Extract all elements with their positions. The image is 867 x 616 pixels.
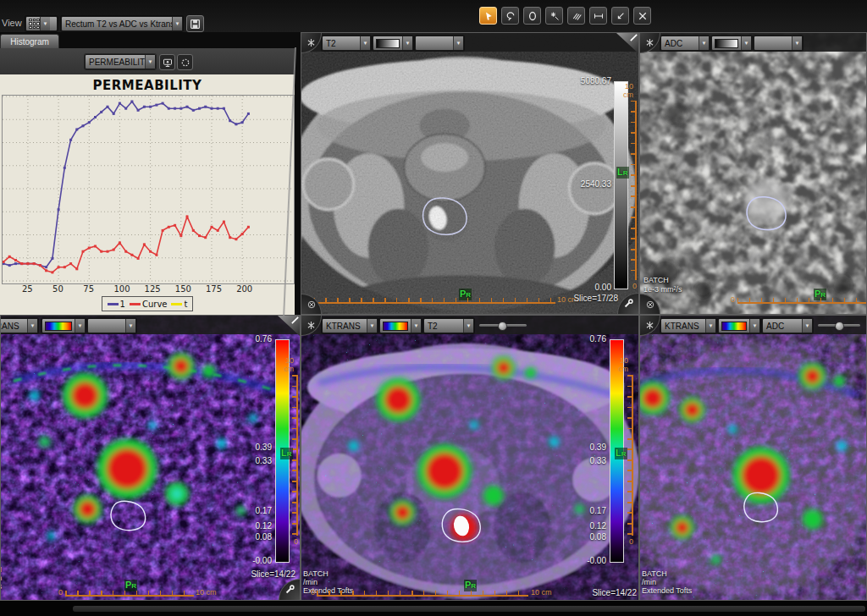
ruler-label: 10 cm: [277, 356, 294, 373]
brush-tool-icon[interactable]: [567, 7, 585, 25]
t2-viewport: T2▼ ▼ ▼ 5080.672540.330.00 10 cm 0 LR PR…: [301, 32, 639, 315]
preset-dropdown[interactable]: Rectum T2 vs ADC vs Ktrans ▼: [61, 16, 183, 31]
chevron-down-icon: ▼: [367, 319, 377, 333]
grayscale-colormap-icon: [376, 39, 400, 48]
adc-viewport: ADC▼ ▼ ▼ BATCH 1e-3 mm²/s PR 0: [639, 32, 867, 315]
sync-icon[interactable]: [177, 54, 193, 70]
save-button[interactable]: [186, 15, 204, 32]
view-menu[interactable]: View: [2, 18, 22, 28]
adc-colormap-dropdown[interactable]: ▼: [711, 36, 752, 51]
t2-series-dropdown[interactable]: T2▼: [322, 36, 371, 51]
ktrans-series-dropdown[interactable]: KTRANS▼: [660, 318, 716, 333]
adc-series-dropdown[interactable]: ADC▼: [660, 36, 710, 51]
bottom-scrollbar[interactable]: [73, 606, 865, 612]
ruler-label: 0: [731, 295, 735, 304]
ktrans-colormap-dropdown[interactable]: ▼: [379, 318, 422, 333]
plot-border: [2, 95, 295, 284]
colorbar-tick: 0.76: [256, 334, 272, 344]
colorbar-tick: 2540.33: [581, 179, 611, 189]
bottom-strip: [0, 601, 867, 616]
histogram-chart-panel: Histogram PERMEABILITY ▼ PERMEABILITY 25…: [0, 32, 301, 315]
ruler-tool-icon[interactable]: [589, 7, 607, 25]
horizontal-ruler: [65, 590, 194, 597]
vertical-ruler: [627, 375, 633, 536]
colorbar-tick: 0.08: [256, 532, 272, 542]
x-tick-label: 200: [236, 284, 252, 294]
batch-label: BATCH: [0, 565, 2, 574]
colorbar-tick: 0.00: [595, 283, 611, 292]
ruler-label: 10 cm: [196, 588, 217, 597]
ktrans-adc-overlay-image[interactable]: [640, 316, 866, 600]
colorbar-tick: 0.08: [590, 532, 606, 542]
horizontal-ruler: [317, 590, 528, 597]
colorbar-tick: 0.39: [256, 443, 272, 452]
delete-x-tool-icon[interactable]: [633, 7, 651, 25]
ktrans-series-dropdown[interactable]: KTRANS▼: [0, 318, 38, 333]
batch-label: BATCH: [643, 276, 669, 284]
t2-colorbar-ticks: 5080.672540.330.00: [566, 81, 611, 288]
chart-area: PERMEABILITY 255075100125150175200 1 Cur…: [0, 74, 295, 315]
vertical-ruler: [630, 101, 637, 280]
ruler-label: 0: [311, 588, 315, 597]
chevron-down-icon: ▼: [802, 319, 812, 333]
ruler-label: 10 cm: [611, 356, 628, 373]
orientation-marker-side: LR: [616, 167, 629, 179]
x-axis-ticks: 255075100125150175200: [2, 284, 293, 295]
grayscale-colormap-icon: [715, 39, 738, 48]
chart-title: PERMEABILITY: [0, 78, 295, 93]
lasso-tool-icon[interactable]: [501, 7, 519, 25]
ktrans-t2-viewport: KTRANS▼ ▼ T2▼ 0.760.390.330.170.120.08-0…: [301, 315, 639, 601]
chevron-down-icon: ▼: [172, 17, 182, 30]
orientation-marker-side: LR: [615, 448, 627, 459]
ellipse-tool-icon[interactable]: [523, 7, 541, 25]
arrow-tool-icon[interactable]: [611, 7, 629, 25]
ruler-label: 0: [58, 588, 63, 597]
horizontal-ruler: [313, 297, 555, 304]
t2-colorbar[interactable]: [614, 81, 628, 289]
overlay-series-dropdown[interactable]: T2▼: [423, 318, 474, 333]
batch-label: BATCH: [303, 569, 329, 578]
t2-overlay-dropdown[interactable]: ▼: [415, 36, 464, 51]
colorbar-tick: 0.17: [256, 506, 272, 515]
grid-layout-icon: [29, 19, 40, 29]
slice-indicator: Slice=17/28: [555, 294, 618, 303]
overlay-series-dropdown[interactable]: ADC▼: [762, 318, 813, 333]
chevron-down-icon: ▼: [699, 36, 709, 50]
adc-overlay-dropdown[interactable]: ▼: [754, 36, 803, 51]
chevron-down-icon: ▼: [741, 36, 751, 50]
rainbow-colormap-icon: [383, 322, 408, 331]
model-label: Extended Tofts: [642, 586, 692, 595]
ktrans-colormap-dropdown[interactable]: ▼: [41, 318, 86, 333]
adc-image[interactable]: [640, 33, 866, 314]
ktrans-series-dropdown[interactable]: KTRANS▼: [322, 318, 378, 333]
chevron-down-icon: ▼: [360, 36, 370, 50]
units-label: /min: [303, 578, 318, 586]
chevron-down-icon: ▼: [27, 319, 37, 333]
colorbar-tick: 0.39: [590, 443, 606, 452]
ktrans-colormap-dropdown[interactable]: ▼: [718, 318, 760, 333]
t2-colormap-dropdown[interactable]: ▼: [373, 36, 413, 51]
magic-wand-tool-icon[interactable]: [545, 7, 563, 25]
pointer-tool-icon[interactable]: [479, 7, 497, 25]
horizontal-ruler: [737, 297, 866, 304]
opacity-slider[interactable]: [479, 322, 527, 329]
chevron-down-icon: ▼: [402, 36, 412, 50]
opacity-slider[interactable]: [818, 322, 860, 329]
ruler-label: 0: [629, 537, 633, 546]
layout-dropdown[interactable]: ▼: [25, 16, 58, 31]
x-tick-label: 50: [52, 284, 64, 294]
ruler-label: 10 cm: [615, 82, 633, 99]
tab-histogram[interactable]: Histogram: [0, 34, 59, 49]
x-tick-label: 100: [113, 284, 130, 294]
colorbar-tick: 0.17: [590, 506, 606, 515]
colorbar-tick: -0.00: [587, 556, 606, 565]
units-label: 1e-3 mm²/s: [643, 285, 682, 294]
colorbar-tick: 0.76: [590, 334, 606, 344]
export-icon[interactable]: [159, 54, 175, 70]
metric-dropdown[interactable]: PERMEABILITY ▼: [85, 54, 156, 69]
ktrans-colorbar-ticks: 0.760.390.330.170.120.08-0.00: [566, 339, 606, 561]
colorbar-tick: -0.00: [252, 556, 272, 565]
ktrans-overlay-dropdown[interactable]: ▼: [87, 318, 136, 333]
chevron-down-icon: ▼: [40, 17, 50, 30]
colorbar-tick: 0.12: [256, 521, 272, 531]
